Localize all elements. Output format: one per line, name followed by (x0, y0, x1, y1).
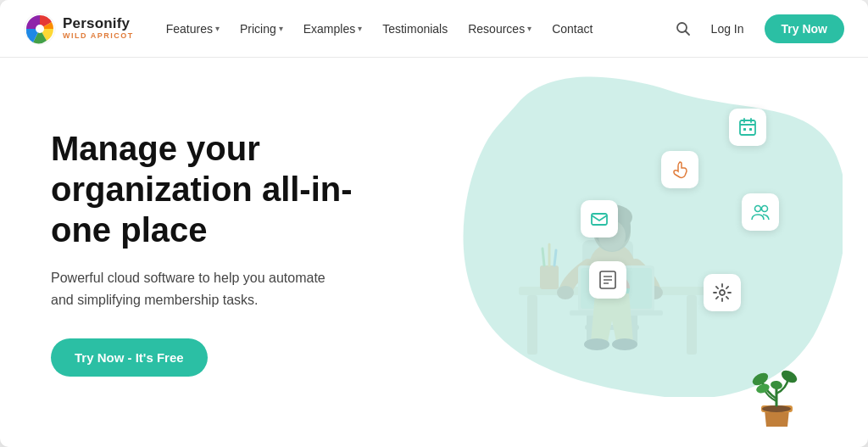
receipt-icon-float (589, 261, 626, 299)
nav-item-examples[interactable]: Examples ▾ (295, 17, 370, 41)
hero-left: Manage your organization all-in-one plac… (51, 128, 407, 376)
svg-rect-9 (749, 128, 752, 131)
svg-point-47 (779, 368, 798, 385)
nav-item-resources[interactable]: Resources ▾ (459, 17, 540, 41)
svg-rect-8 (743, 128, 746, 131)
nav-item-pricing[interactable]: Pricing ▾ (231, 17, 292, 41)
svg-point-11 (762, 206, 768, 212)
chevron-down-icon: ▾ (215, 24, 220, 33)
chevron-down-icon: ▾ (358, 24, 362, 33)
svg-line-3 (685, 31, 689, 35)
site-header: Personify WILD APRICOT Features ▾ Pricin… (0, 0, 868, 58)
header-actions: Log In Try Now (676, 14, 844, 43)
svg-point-10 (755, 206, 761, 212)
svg-rect-12 (592, 214, 607, 225)
logo-sub-text: WILD APRICOT (63, 32, 134, 41)
svg-rect-4 (740, 120, 755, 135)
nav-item-features[interactable]: Features ▾ (158, 17, 228, 41)
calendar-icon-float (729, 109, 766, 146)
hero-right (407, 58, 817, 447)
svg-point-1 (36, 25, 44, 33)
main-nav: Features ▾ Pricing ▾ Examples ▾ Testimon… (158, 17, 676, 41)
hand-icon-float (661, 151, 698, 188)
logo-area[interactable]: Personify WILD APRICOT (24, 13, 134, 45)
logo-icon (24, 13, 56, 45)
hero-section: Manage your organization all-in-one plac… (0, 58, 868, 447)
search-button[interactable] (676, 21, 691, 36)
nav-item-testimonials[interactable]: Testimonials (374, 17, 456, 41)
hero-subtitle: Powerful cloud software to help you auto… (51, 267, 339, 310)
chevron-down-icon: ▾ (527, 24, 531, 33)
logo-text-group: Personify WILD APRICOT (63, 16, 134, 41)
plant-icon (749, 355, 804, 431)
svg-point-49 (770, 380, 783, 390)
try-now-button[interactable]: Try Now (765, 14, 844, 43)
nav-item-contact[interactable]: Contact (543, 17, 601, 41)
hero-blob (453, 66, 843, 397)
logo-main-text: Personify (63, 16, 134, 32)
svg-point-17 (720, 290, 725, 295)
hero-cta-button[interactable]: Try Now - It's Free (51, 338, 208, 377)
plant-decoration (749, 355, 804, 434)
chevron-down-icon: ▾ (279, 24, 283, 33)
settings-icon-float (704, 274, 741, 311)
hero-title: Manage your organization all-in-one plac… (51, 128, 407, 250)
page-wrapper: Personify WILD APRICOT Features ▾ Pricin… (0, 0, 868, 447)
login-button[interactable]: Log In (703, 17, 753, 41)
email-icon-float (581, 200, 618, 237)
people-icon-float (742, 193, 779, 231)
search-icon (676, 21, 691, 36)
